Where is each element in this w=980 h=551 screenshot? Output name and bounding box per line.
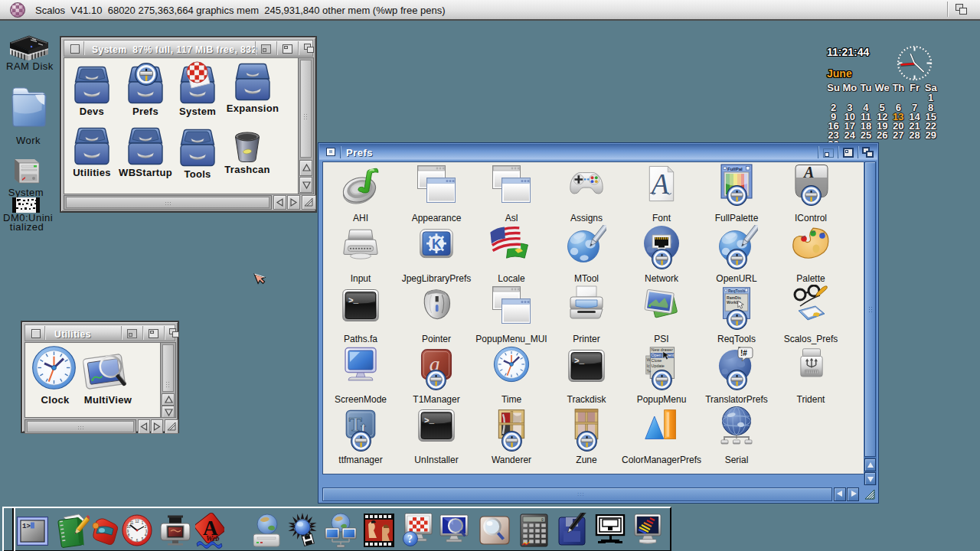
svg-text:FullPal: FullPal [727,167,743,171]
svg-text:!#: !# [740,349,747,357]
svg-text:12: 12 [135,520,139,523]
svg-text:11: 11 [130,521,134,525]
svg-text:A: A [802,164,814,181]
svg-text:?: ? [407,533,413,545]
svg-text:0: 0 [541,518,544,523]
svg-text:1>: 1> [22,523,31,530]
